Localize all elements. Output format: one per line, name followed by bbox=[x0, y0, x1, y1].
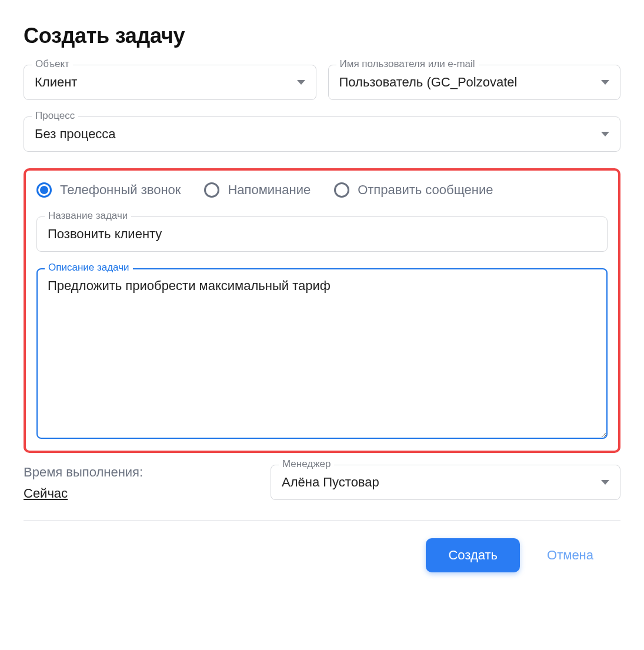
create-task-form: Создать задачу Объект Клиент Имя пользов… bbox=[24, 24, 620, 572]
execution-time-value[interactable]: Сейчас bbox=[24, 486, 68, 501]
manager-field: Менеджер Алёна Пустовар bbox=[271, 465, 620, 500]
process-value: Без процесса bbox=[35, 126, 595, 142]
process-field: Процесс Без процесса bbox=[24, 116, 620, 152]
task-type-radio-group: Телефонный звонок Напоминание Отправить … bbox=[36, 182, 608, 198]
chevron-down-icon bbox=[601, 480, 609, 485]
radio-reminder-label: Напоминание bbox=[228, 182, 311, 198]
object-field: Объект Клиент bbox=[24, 65, 316, 100]
radio-dot-icon bbox=[40, 186, 48, 194]
divider bbox=[24, 520, 620, 521]
execution-time-block: Время выполнения: Сейчас bbox=[24, 465, 247, 501]
task-desc-textarea[interactable] bbox=[36, 268, 608, 439]
user-select[interactable]: Пользователь (GC_Polzovatel bbox=[328, 65, 621, 100]
radio-icon bbox=[204, 182, 219, 198]
cancel-button[interactable]: Отмена bbox=[543, 547, 597, 564]
highlighted-section: Телефонный звонок Напоминание Отправить … bbox=[24, 168, 620, 453]
process-label: Процесс bbox=[32, 110, 78, 122]
execution-time-label: Время выполнения: bbox=[24, 465, 247, 480]
chevron-down-icon bbox=[601, 80, 609, 85]
action-buttons: Создать Отмена bbox=[24, 538, 620, 572]
page-title: Создать задачу bbox=[24, 24, 620, 48]
task-desc-field: Описание задачи bbox=[36, 268, 608, 439]
task-name-label: Название задачи bbox=[45, 210, 131, 222]
object-value: Клиент bbox=[35, 75, 291, 90]
radio-reminder[interactable]: Напоминание bbox=[204, 182, 311, 198]
user-value: Пользователь (GC_Polzovatel bbox=[339, 75, 596, 90]
task-desc-label: Описание задачи bbox=[45, 262, 133, 274]
radio-send-message[interactable]: Отправить сообщение bbox=[334, 182, 493, 198]
radio-icon bbox=[36, 182, 52, 198]
object-label: Объект bbox=[32, 58, 73, 70]
user-field: Имя пользователя или e-mail Пользователь… bbox=[328, 65, 621, 100]
object-select[interactable]: Клиент bbox=[24, 65, 316, 100]
user-label: Имя пользователя или e-mail bbox=[336, 58, 479, 70]
chevron-down-icon bbox=[601, 132, 609, 136]
radio-phone-call[interactable]: Телефонный звонок bbox=[36, 182, 181, 198]
process-select[interactable]: Без процесса bbox=[24, 116, 620, 152]
task-name-field: Название задачи bbox=[36, 216, 608, 252]
chevron-down-icon bbox=[297, 80, 305, 85]
radio-phone-label: Телефонный звонок bbox=[60, 182, 181, 198]
manager-select[interactable]: Алёна Пустовар bbox=[271, 465, 620, 500]
radio-icon bbox=[334, 182, 349, 198]
radio-message-label: Отправить сообщение bbox=[358, 182, 493, 198]
task-name-input[interactable] bbox=[36, 216, 608, 252]
create-button[interactable]: Создать bbox=[426, 538, 520, 572]
manager-value: Алёна Пустовар bbox=[282, 475, 595, 490]
manager-label: Менеджер bbox=[279, 458, 334, 470]
